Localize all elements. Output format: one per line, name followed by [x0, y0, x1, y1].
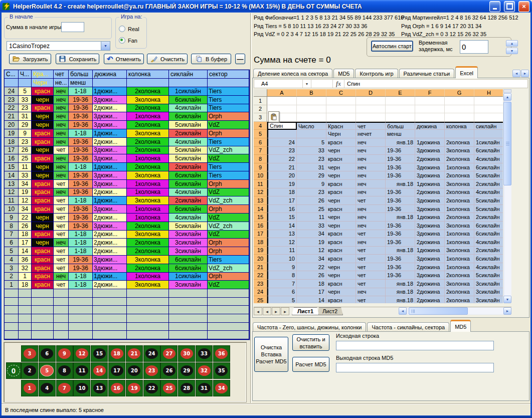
vertical-scroll-thumb[interactable] [503, 102, 511, 185]
excel-row-header[interactable]: 1 [254, 97, 267, 105]
excel-cell[interactable]: 2колонка [445, 138, 474, 147]
excel-cell[interactable]: красн [326, 188, 356, 197]
excel-cell[interactable]: 2колонка [445, 196, 474, 205]
excel-cell[interactable] [386, 105, 415, 114]
excel-cell[interactable]: 3колонка [445, 280, 474, 288]
sheet-prev-button[interactable]: ◀ [263, 307, 271, 315]
excel-cell[interactable]: 6сиклайн [474, 222, 503, 230]
excel-row-header[interactable]: 21 [254, 263, 267, 272]
excel-cell[interactable] [474, 130, 503, 138]
excel-cell[interactable]: 3дюжина [415, 147, 445, 155]
excel-cell[interactable]: чет [356, 296, 386, 303]
board-number-cell[interactable]: 19 [126, 380, 143, 396]
excel-cell[interactable]: Красн [326, 122, 356, 130]
excel-cell[interactable]: неч [356, 205, 386, 214]
excel-cell[interactable]: неч [356, 155, 386, 163]
excel-cell[interactable] [297, 113, 326, 122]
tab-scroll-left-button[interactable]: ◄ [512, 70, 520, 77]
excel-cell[interactable]: 1колонка [445, 263, 474, 272]
board-number-cell[interactable]: 27 [160, 345, 178, 362]
excel-cell[interactable]: неч [356, 222, 386, 230]
excel-cell[interactable]: 4сиклайн [474, 155, 503, 163]
excel-cell[interactable] [415, 97, 445, 105]
excel-cell[interactable]: 5 [297, 138, 326, 147]
board-number-cell[interactable]: 11 [73, 362, 90, 379]
main-tab-0[interactable]: Деление колеса на сектора [253, 69, 332, 78]
excel-cell[interactable]: янв.18 [386, 180, 415, 188]
excel-cell[interactable]: янв.18 [386, 213, 415, 222]
excel-cell[interactable]: 12 [267, 238, 297, 247]
md5-output-field[interactable] [336, 363, 494, 372]
md5-input-field[interactable] [336, 341, 494, 350]
excel-row-header[interactable]: 7 [254, 147, 267, 155]
excel-cell[interactable]: 6 [267, 288, 297, 297]
excel-cell[interactable] [356, 113, 386, 122]
excel-cell[interactable]: красн [326, 280, 356, 288]
excel-cell[interactable]: черн [326, 196, 356, 205]
excel-cell[interactable]: 19-36 [386, 263, 415, 272]
excel-cell[interactable]: 3сиклайн [474, 296, 503, 303]
excel-cell[interactable]: чет [356, 271, 386, 280]
board-number-cell[interactable]: 16 [108, 380, 125, 396]
excel-cell[interactable]: 17 [267, 196, 297, 205]
excel-cell[interactable]: 2колонка [445, 155, 474, 163]
board-number-cell[interactable]: 33 [196, 345, 213, 362]
excel-cell[interactable]: 3дюжина [415, 196, 445, 205]
excel-cell[interactable]: 2дюжина [415, 296, 445, 303]
load-button[interactable]: Загрузить [9, 54, 51, 64]
excel-cell[interactable]: чет [356, 255, 386, 263]
excel-cell[interactable]: 2колонка [445, 188, 474, 197]
excel-cell[interactable] [386, 113, 415, 122]
hscroll-left-button[interactable]: ◄ [399, 307, 407, 315]
freq-tab-2[interactable]: MD5 [450, 320, 471, 332]
excel-cell[interactable] [445, 130, 474, 138]
excel-cell[interactable] [297, 97, 326, 105]
excel-cell[interactable]: красн [326, 255, 356, 263]
board-number-cell[interactable]: 18 [108, 345, 125, 362]
excel-cell[interactable]: 1дюжина [415, 247, 445, 255]
excel-cell[interactable]: 2сиклайн [474, 180, 503, 188]
excel-row-header[interactable]: 6 [254, 138, 267, 147]
excel-cell[interactable]: 21 [267, 163, 297, 172]
excel-row-header[interactable]: 22 [254, 271, 267, 280]
excel-cell[interactable]: неч [356, 171, 386, 180]
excel-row-header[interactable]: 20 [254, 255, 267, 263]
board-number-cell[interactable]: 25 [160, 380, 178, 396]
excel-cell[interactable] [267, 97, 297, 105]
board-number-cell[interactable]: 1 [21, 380, 38, 396]
excel-cell[interactable]: янв.18 [386, 247, 415, 255]
board-number-cell[interactable]: 28 [178, 380, 195, 396]
excel-row-header[interactable]: 4 [254, 122, 267, 130]
excel-cell[interactable]: янв.18 [386, 138, 415, 147]
excel-row-header[interactable]: 18 [254, 238, 267, 247]
excel-cell[interactable]: 1колонка [445, 230, 474, 239]
excel-cell[interactable]: 2сиклайн [474, 213, 503, 222]
excel-cell[interactable]: красн [326, 138, 356, 147]
excel-cell[interactable]: 3дюжина [415, 222, 445, 230]
excel-cell[interactable]: 16 [267, 205, 297, 214]
excel-cell[interactable]: 3колонка [445, 180, 474, 188]
horizontal-scroll-thumb[interactable] [409, 307, 468, 315]
excel-cell[interactable]: 2колонка [445, 296, 474, 303]
excel-cell[interactable]: дюжина [415, 122, 445, 130]
excel-cell[interactable] [474, 105, 503, 114]
excel-cell[interactable]: черн [326, 288, 356, 297]
excel-cell[interactable]: 9 [267, 263, 297, 272]
excel-cell[interactable] [445, 105, 474, 114]
excel-cell[interactable] [474, 113, 503, 122]
excel-cell[interactable]: 29 [297, 171, 326, 180]
board-number-cell[interactable]: 15 [91, 345, 108, 362]
excel-cell[interactable]: 13 [267, 230, 297, 239]
excel-cell[interactable]: 1колонка [445, 163, 474, 172]
excel-cell[interactable]: 2колонка [445, 271, 474, 280]
board-number-cell[interactable]: 13 [91, 380, 108, 396]
excel-row-header[interactable]: 19 [254, 247, 267, 255]
board-number-cell[interactable]: 12 [73, 345, 90, 362]
excel-cell[interactable]: 19-36 [386, 271, 415, 280]
board-number-cell[interactable]: 14 [91, 362, 108, 379]
excel-cell[interactable]: 33 [297, 147, 326, 155]
excel-cell[interactable]: 19-36 [386, 222, 415, 230]
board-number-cell[interactable]: 10 [73, 380, 90, 396]
excel-cell[interactable]: 34 [297, 230, 326, 239]
excel-cell[interactable]: 3сиклайн [474, 280, 503, 288]
